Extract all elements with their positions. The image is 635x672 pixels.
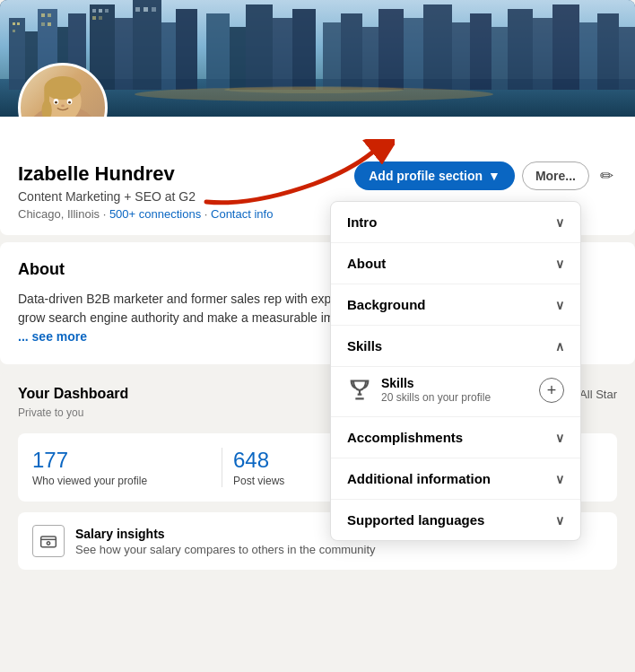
svg-rect-46 [619, 27, 635, 90]
dropdown-item-supported-languages[interactable]: Supported languages ∨ [331, 500, 580, 540]
chevron-up-icon: ∧ [555, 339, 564, 353]
profile-name: Izabelle Hundrev [18, 161, 354, 188]
dropdown-item-about[interactable]: About ∨ [331, 243, 580, 284]
svg-rect-19 [92, 9, 96, 13]
svg-rect-40 [491, 27, 508, 90]
svg-point-56 [44, 76, 81, 100]
svg-rect-11 [48, 13, 51, 17]
chevron-down-icon: ∨ [555, 513, 564, 528]
profile-card: Izabelle Hundrev Content Marketing + SEO… [0, 0, 635, 235]
chevron-down-icon: ∨ [555, 472, 564, 486]
svg-point-63 [61, 105, 65, 108]
svg-rect-17 [161, 22, 176, 90]
svg-rect-31 [292, 9, 316, 90]
chevron-down-icon: ∨ [555, 298, 564, 312]
chevron-down-icon: ∨ [555, 431, 564, 445]
svg-rect-20 [99, 9, 102, 13]
see-more-link[interactable]: ... see more [18, 329, 87, 344]
svg-rect-10 [41, 13, 45, 17]
chevron-down-icon: ∨ [555, 257, 564, 271]
svg-rect-18 [176, 9, 197, 90]
svg-rect-25 [144, 7, 148, 12]
svg-rect-44 [579, 22, 597, 90]
svg-rect-21 [105, 9, 109, 13]
svg-rect-13 [48, 22, 51, 26]
dropdown-item-skills[interactable]: Skills ∧ [331, 326, 580, 367]
svg-point-62 [68, 101, 71, 104]
svg-rect-34 [362, 27, 378, 90]
svg-rect-23 [99, 16, 102, 20]
more-button[interactable]: More... [522, 161, 589, 190]
svg-rect-22 [92, 16, 96, 20]
contact-info-link[interactable]: Contact info [211, 207, 273, 221]
chevron-down-icon: ∨ [555, 215, 564, 230]
trophy-icon [347, 378, 372, 403]
svg-point-61 [55, 101, 57, 104]
svg-rect-26 [152, 7, 156, 12]
svg-rect-7 [13, 22, 15, 25]
connections-link[interactable]: 500+ connections [109, 207, 201, 221]
svg-rect-9 [13, 30, 15, 32]
stat-profile-views[interactable]: 177 Who viewed your profile [32, 448, 222, 488]
svg-rect-27 [206, 13, 230, 90]
salary-icon [32, 525, 65, 557]
profile-actions: Add profile section ▼ More... ✏ Intro ∨ … [354, 161, 617, 190]
dropdown-item-background[interactable]: Background ∨ [331, 284, 580, 326]
svg-rect-15 [115, 18, 133, 90]
dropdown-item-intro[interactable]: Intro ∨ [331, 202, 580, 243]
svg-point-66 [47, 542, 49, 545]
skills-sub-item: Skills 20 skills on your profile + [331, 367, 580, 417]
svg-rect-38 [452, 22, 470, 90]
svg-rect-35 [378, 9, 404, 90]
profile-text: Izabelle Hundrev Content Marketing + SEO… [18, 161, 354, 221]
svg-rect-43 [552, 4, 579, 90]
svg-point-48 [224, 86, 404, 93]
add-skill-button[interactable]: + [539, 378, 564, 403]
add-profile-section-button[interactable]: Add profile section ▼ [354, 161, 515, 190]
svg-rect-16 [133, 0, 161, 90]
dropdown-chevron-icon: ▼ [488, 169, 500, 183]
svg-rect-28 [230, 27, 246, 90]
svg-rect-37 [423, 4, 452, 90]
avatar [18, 63, 108, 117]
svg-rect-36 [404, 18, 423, 90]
dropdown-item-additional-info[interactable]: Additional information ∨ [331, 458, 580, 500]
profile-location: Chicago, Illinois · 500+ connections · C… [18, 207, 354, 221]
svg-rect-39 [470, 13, 491, 90]
profile-info-row: Izabelle Hundrev Content Marketing + SEO… [0, 117, 635, 235]
dropdown-item-accomplishments[interactable]: Accomplishments ∨ [331, 417, 580, 458]
svg-rect-29 [246, 4, 273, 90]
svg-rect-32 [323, 22, 341, 90]
dashboard-title: Your Dashboard [18, 386, 128, 402]
svg-rect-41 [508, 9, 533, 90]
profile-section-dropdown: Intro ∨ About ∨ Background ∨ Skills ∧ [330, 201, 581, 541]
salary-description: See how your salary compares to others i… [75, 543, 376, 556]
avatar-container [18, 63, 108, 117]
svg-rect-30 [273, 18, 292, 90]
svg-rect-12 [41, 22, 45, 26]
profile-headline: Content Marketing + SEO at G2 [18, 189, 354, 204]
svg-rect-33 [341, 13, 362, 90]
svg-rect-24 [135, 7, 140, 12]
edit-button[interactable]: ✏ [596, 162, 617, 189]
svg-rect-45 [597, 13, 619, 90]
cover-photo [0, 0, 635, 117]
svg-rect-42 [533, 18, 552, 90]
svg-rect-8 [17, 22, 20, 25]
